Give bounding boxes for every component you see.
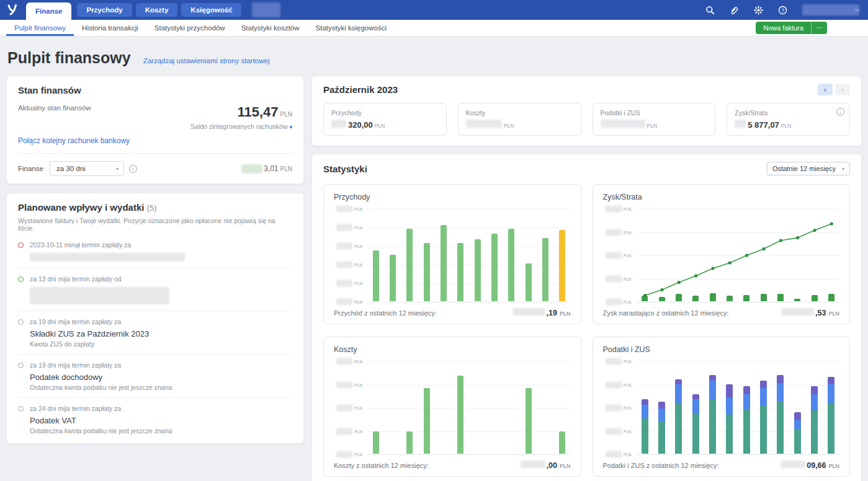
redacted-y-label (336, 299, 352, 306)
stacked-bar-12 (828, 377, 834, 454)
user-account-chip[interactable]: – (802, 4, 859, 15)
chart-footer-value: ,00 (547, 461, 557, 470)
finance-state-card: Stan finansów Aktualny stan finansów 115… (6, 76, 304, 184)
planned-item-subtitle: Ostateczna kwota podatku nie jest jeszcz… (30, 384, 292, 391)
planned-item[interactable]: za 19 dni mija termin zapłaty zaPodatek … (18, 355, 292, 398)
planned-item-body: 2023-10-11 minął termin zapłaty za (30, 241, 292, 262)
kpi-value: 5 877,07 (748, 120, 779, 130)
redacted-y-label (606, 206, 622, 213)
planned-item[interactable]: za 13 dni mija termin zapłaty od (18, 268, 292, 311)
month-title: Październik 2023 (323, 84, 398, 95)
subnav-statystyki-ksiegowosci[interactable]: Statystyki księgowości (308, 20, 395, 36)
line-marker-1 (643, 294, 647, 297)
segment-teal (642, 418, 648, 454)
redacted-amount-prefix (782, 308, 814, 316)
y-axis-unit: PLN (354, 406, 362, 410)
tab-finanse[interactable]: Finanse (26, 2, 71, 20)
y-axis-tick: PLN (606, 428, 632, 435)
statistics-card: Statystyki Ostatnie 12 miesięcy ▾ Przych… (311, 154, 862, 481)
bar-11 (542, 238, 548, 301)
line-marker-4 (694, 274, 697, 277)
paperclip-icon[interactable] (730, 6, 739, 15)
subnav-statystyki-kosztow[interactable]: Statystyki kosztów (233, 20, 308, 36)
info-icon[interactable]: i (836, 108, 844, 116)
gear-icon[interactable] (754, 6, 763, 15)
y-axis-unit: PLN (624, 360, 632, 364)
app-logo[interactable] (0, 0, 25, 20)
startpage-settings-link[interactable]: Zarządzaj ustawieniami strony startowej (143, 57, 270, 64)
status-dot-icon (18, 406, 24, 412)
y-axis-tick: PLN (606, 451, 632, 458)
redacted-y-label (336, 243, 352, 250)
subnav-historia-transakcji[interactable]: Historia transakcji (74, 20, 146, 36)
chart-footer-label: Przychód z ostatnich 12 miesięcy: (334, 309, 437, 317)
redacted-amount (466, 120, 502, 128)
y-axis-tick: PLN (336, 299, 362, 306)
gridline (367, 408, 571, 408)
divider (18, 153, 292, 154)
status-dot-icon (18, 276, 24, 282)
y-axis-unit: PLN (354, 281, 362, 286)
segment-purple (777, 375, 784, 384)
month-pager: ‹ › (818, 84, 850, 95)
segment-purple (709, 375, 716, 381)
period-select[interactable]: za 30 dni ▾ (50, 161, 124, 176)
range-select[interactable]: Ostatnie 12 miesięcy ▾ (767, 162, 850, 175)
kpi-koszty: Koszty PLN (458, 103, 581, 136)
new-invoice-menu-icon[interactable]: ⋮ (812, 25, 827, 32)
gridline (367, 431, 571, 432)
tab-koszty[interactable]: Koszty (136, 3, 178, 17)
stacked-bar-7 (743, 386, 750, 454)
search-icon[interactable] (705, 6, 715, 15)
new-invoice-button[interactable]: Nowa faktura ⋮ (756, 22, 827, 34)
segment-purple (743, 386, 750, 395)
planned-item-body: za 13 dni mija termin zapłaty od (30, 275, 292, 304)
planned-item-title: Podatek VAT (30, 416, 292, 425)
statistics-title: Statystyki (323, 164, 367, 174)
y-axis-unit: PLN (354, 226, 362, 230)
gridline (637, 385, 840, 386)
currency-unit: PLN (828, 311, 839, 317)
planned-item-subtitle: Ostateczna kwota podatku nie jest jeszcz… (30, 427, 292, 435)
chevron-down-icon: ▾ (842, 166, 844, 172)
connect-bank-link[interactable]: Połącz kolejny rachunek bankowy (18, 136, 130, 145)
subnav-statystyki-przychodow[interactable]: Statystyki przychodów (146, 20, 233, 36)
bar-4 (424, 243, 430, 302)
subnav-pulpit-finansowy[interactable]: Pulpit finansowy (6, 20, 74, 36)
redacted-y-label (336, 428, 352, 435)
y-axis-tick: PLN (336, 262, 362, 268)
period-amount-value: 3,01 (264, 164, 278, 173)
y-axis-unit: PLN (354, 382, 362, 387)
info-icon[interactable]: i (129, 165, 137, 173)
status-dot-icon (18, 242, 24, 248)
user-chip-dash: – (855, 7, 859, 13)
bar-7 (475, 239, 481, 302)
gridline (367, 361, 571, 362)
chart-y-axis: PLNPLNPLNPLNPLN (334, 361, 367, 454)
planned-item[interactable]: za 24 dni mija termin zapłaty zaPodatek … (18, 398, 292, 441)
integrated-accounts-label: Saldo zintegrowanych rachunków (190, 123, 287, 130)
previous-month-button[interactable]: ‹ (818, 84, 833, 95)
y-axis-unit: PLN (624, 406, 632, 410)
planned-item[interactable]: 2023-10-11 minął termin zapłaty za (18, 234, 292, 268)
gridline (637, 302, 840, 302)
redacted-amount-prefix (241, 164, 262, 174)
next-month-button[interactable]: › (835, 84, 850, 95)
chart-title: Podatki i ZUS (603, 345, 840, 354)
planned-subtitle: Wystawione faktury i Twoje wydatki. Pozy… (18, 217, 292, 232)
y-axis-unit: PLN (354, 300, 362, 304)
segment-blue (692, 399, 699, 414)
y-axis-unit: PLN (354, 452, 362, 457)
planned-item[interactable]: za 19 dni mija termin zapłaty zaSkładki … (18, 311, 292, 355)
tab-ksiegowosc[interactable]: Księgowość (181, 3, 241, 17)
redacted-item-title (30, 287, 169, 304)
stacked-bar-8 (760, 381, 767, 454)
tab-przychody[interactable]: Przychody (77, 3, 132, 17)
help-icon[interactable]: ? (778, 6, 787, 15)
y-axis-unit: PLN (624, 382, 632, 387)
segment-purple (642, 399, 648, 405)
integrated-accounts-toggle[interactable]: Saldo zintegrowanych rachunków ▾ (190, 123, 292, 130)
gridline (367, 246, 571, 247)
y-axis-tick: PLN (606, 252, 632, 259)
y-axis-tick: PLN (336, 224, 362, 231)
